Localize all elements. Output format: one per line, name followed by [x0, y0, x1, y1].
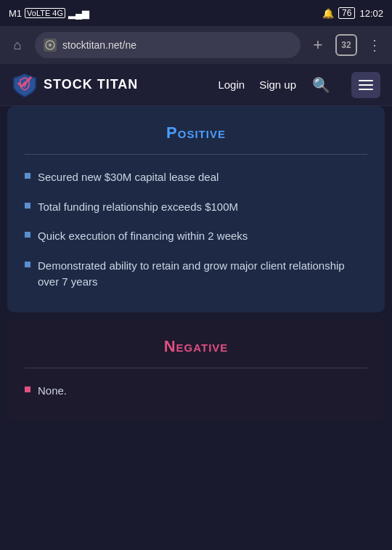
carrier-text: M1: [9, 8, 22, 19]
svg-rect-4: [359, 89, 373, 90]
bullet-icon: [25, 173, 30, 179]
list-item-text: Secured new $30M capital lease deal: [38, 169, 219, 186]
negative-list: None.: [25, 383, 367, 400]
site-icon: [44, 39, 57, 52]
bullet-icon: [25, 232, 30, 238]
alarm-icon: 🔔: [322, 8, 334, 19]
home-button[interactable]: ⌂: [7, 35, 28, 55]
list-item: Quick execution of financing within 2 we…: [25, 228, 367, 245]
hamburger-menu-icon[interactable]: [351, 72, 380, 98]
status-left: M1 VoLTE 4G ▂▄▆: [9, 8, 89, 19]
address-text: stocktitan.net/ne: [62, 39, 292, 51]
negative-title: Negative: [25, 337, 367, 356]
main-content: Positive Secured new $30M capital lease …: [0, 106, 392, 421]
logo-text: STOCK TITAN: [44, 77, 138, 92]
list-item: Secured new $30M capital lease deal: [25, 169, 367, 186]
bullet-icon: [25, 387, 30, 392]
negative-section: Negative None.: [7, 320, 385, 421]
battery-level: 76: [338, 7, 355, 19]
positive-section: Positive Secured new $30M capital lease …: [7, 106, 385, 312]
time-display: 12:02: [359, 8, 383, 19]
bullet-icon: [25, 203, 30, 209]
list-item: None.: [25, 383, 367, 400]
list-item-text: Demonstrated ability to retain and grow …: [38, 258, 367, 291]
address-bar[interactable]: stocktitan.net/ne: [35, 32, 301, 58]
list-item-text: None.: [38, 383, 67, 400]
signup-link[interactable]: Sign up: [259, 78, 296, 91]
positive-title: Positive: [25, 124, 367, 142]
positive-divider: [25, 154, 367, 155]
browser-chrome: ⌂ stocktitan.net/ne + 32 ⋮: [0, 26, 392, 64]
logo-shield-icon: [12, 72, 38, 98]
svg-rect-3: [359, 84, 373, 86]
status-right: 🔔 76 12:02: [322, 7, 383, 19]
network-type: VoLTE 4G: [25, 8, 65, 18]
login-link[interactable]: Login: [218, 78, 245, 91]
status-bar: M1 VoLTE 4G ▂▄▆ 🔔 76 12:02: [0, 0, 392, 26]
new-tab-button[interactable]: +: [308, 35, 328, 55]
list-item: Total funding relationship exceeds $100M: [25, 199, 367, 216]
signal-icon: ▂▄▆: [68, 8, 89, 19]
browser-menu-button[interactable]: ⋮: [364, 35, 385, 55]
nav-links: Login Sign up 🔍: [218, 72, 380, 98]
bullet-icon: [25, 262, 30, 267]
search-icon[interactable]: 🔍: [311, 75, 331, 95]
svg-point-1: [49, 44, 52, 46]
navbar: STOCK TITAN Login Sign up 🔍: [0, 64, 392, 106]
logo-area: STOCK TITAN: [12, 72, 218, 98]
list-item-text: Total funding relationship exceeds $100M: [38, 199, 238, 216]
positive-list: Secured new $30M capital lease deal Tota…: [25, 169, 367, 291]
negative-divider: [25, 368, 367, 368]
list-item: Demonstrated ability to retain and grow …: [25, 258, 367, 291]
svg-rect-2: [359, 80, 373, 81]
tab-count-badge[interactable]: 32: [335, 34, 357, 56]
list-item-text: Quick execution of financing within 2 we…: [38, 228, 248, 245]
